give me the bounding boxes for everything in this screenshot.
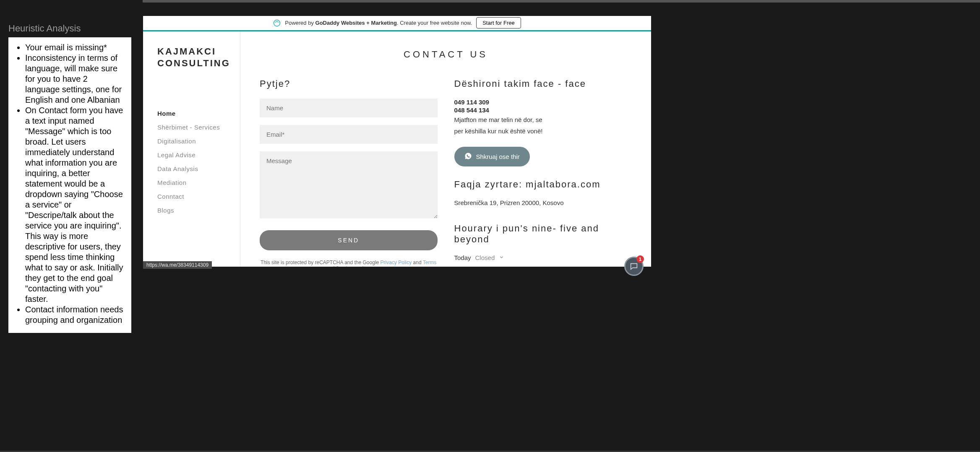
browser-top-strip: [143, 0, 980, 3]
nav-contact[interactable]: Conntact: [157, 190, 240, 203]
hours-today: Today: [454, 254, 471, 261]
privacy-link[interactable]: Privacy Policy: [381, 260, 412, 265]
page-title: CONTACT US: [260, 49, 632, 60]
whatsapp-button[interactable]: Shkruaj ose thir: [454, 147, 530, 166]
godaddy-tagline: . Create your free website now.: [397, 20, 472, 26]
heuristic-analysis-panel: Heuristic Analysis Your email is missing…: [8, 23, 131, 333]
nav-data-analysis[interactable]: Data Analysis: [157, 162, 240, 176]
hours-toggle[interactable]: Today Closed: [454, 254, 632, 261]
advice-line-1: Mjatfton me mar telin në dor, se: [454, 115, 632, 125]
nav-digitalisation[interactable]: Digitalisation: [157, 134, 240, 148]
sidebar: KAJMAKCI CONSULTING Home Shërbimet - Ser…: [143, 31, 240, 267]
website-frame: Powered by GoDaddy Websites + Marketing.…: [143, 16, 651, 267]
form-column: Pytje? SEND This site is protected by re…: [260, 78, 438, 267]
nav-home[interactable]: Home: [157, 107, 240, 120]
analysis-box: Your email is missing* Inconsistency in …: [8, 37, 131, 333]
message-input[interactable]: [260, 151, 438, 218]
chat-notification-badge: 1: [636, 255, 644, 263]
chat-widget-button[interactable]: 1: [624, 257, 644, 276]
address-text: Srebrenička 19, Prizren 20000, Kosovo: [454, 199, 632, 206]
nav-blogs[interactable]: Blogs: [157, 203, 240, 217]
advice-line-2: per këshilla kur nuk është vonë!: [454, 127, 632, 136]
meeting-heading: Dëshironi takim face - face: [454, 78, 632, 89]
godaddy-text: Powered by GoDaddy Websites + Marketing.…: [285, 20, 472, 26]
hours-heading: Hourary i pun's nine- five and beyond: [454, 223, 632, 245]
whatsapp-label: Shkruaj ose thir: [476, 153, 520, 160]
name-input[interactable]: [260, 99, 438, 117]
send-button[interactable]: SEND: [260, 230, 438, 250]
content-area: CONTACT US Pytje? SEND This site is prot…: [240, 31, 651, 267]
whatsapp-icon: [464, 152, 472, 161]
recaptcha-apply: apply.: [352, 265, 367, 267]
page-main: KAJMAKCI CONSULTING Home Shërbimet - Ser…: [143, 31, 651, 267]
godaddy-logo-icon: [273, 19, 281, 27]
svg-point-0: [274, 20, 280, 26]
nav-list: Home Shërbimet - Services Digitalisation…: [157, 107, 240, 217]
form-heading: Pytje?: [260, 78, 438, 89]
start-free-button[interactable]: Start for Free: [476, 17, 521, 29]
analysis-title: Heuristic Analysis: [8, 23, 131, 34]
analysis-item: On Contact form you have a text input na…: [25, 105, 124, 304]
hours-status: Closed: [475, 254, 495, 261]
phone-2[interactable]: 048 544 134: [454, 107, 632, 114]
nav-services[interactable]: Shërbimet - Services: [157, 120, 240, 134]
godaddy-banner: Powered by GoDaddy Websites + Marketing.…: [143, 16, 651, 30]
chevron-down-icon: [499, 254, 504, 261]
analysis-list: Your email is missing* Inconsistency in …: [16, 42, 124, 325]
site-logo[interactable]: KAJMAKCI CONSULTING: [157, 46, 240, 69]
godaddy-brand: GoDaddy Websites + Marketing: [315, 20, 397, 26]
godaddy-prefix: Powered by: [285, 20, 315, 26]
recaptcha-and: and: [412, 260, 422, 265]
analysis-item: Inconsistency in terms of language, will…: [25, 53, 124, 105]
email-input[interactable]: [260, 125, 438, 144]
nav-legal[interactable]: Legal Advise: [157, 148, 240, 162]
logo-line1: KAJMAKCI: [157, 46, 240, 57]
logo-line2: CONSULTING: [157, 57, 240, 69]
recaptcha-note: This site is protected by reCAPTCHA and …: [260, 260, 438, 267]
recaptcha-prefix: This site is protected by reCAPTCHA and …: [261, 260, 380, 265]
link-url-tooltip: https://wa.me/38349114309: [143, 261, 212, 269]
official-site-heading: Faqja zyrtare: mjaltabora.com: [454, 179, 632, 190]
two-column-layout: Pytje? SEND This site is protected by re…: [260, 78, 632, 267]
analysis-item: Contact information needs grouping and o…: [25, 304, 124, 325]
phone-1[interactable]: 049 114 309: [454, 99, 632, 106]
nav-mediation[interactable]: Mediation: [157, 176, 240, 190]
analysis-item: Your email is missing*: [25, 42, 124, 53]
info-column: Dëshironi takim face - face 049 114 309 …: [454, 78, 632, 267]
